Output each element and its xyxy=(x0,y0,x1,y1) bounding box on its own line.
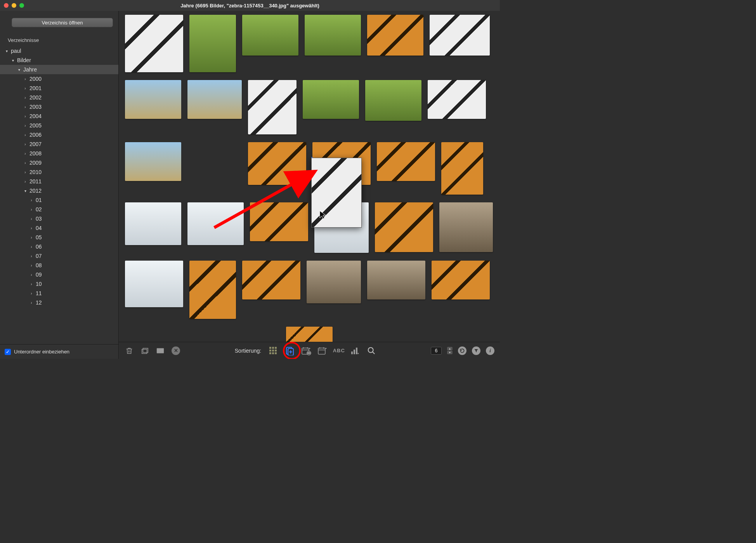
tree-item-2006[interactable]: ›2006 xyxy=(0,130,118,139)
cancel-button[interactable]: ✕ xyxy=(171,346,181,356)
thumbnail[interactable] xyxy=(441,142,483,195)
thumbnail[interactable] xyxy=(189,15,236,72)
thumbnail[interactable] xyxy=(430,15,490,56)
sort-date-taken-button[interactable] xyxy=(301,345,312,356)
tree-item-2000[interactable]: ›2000 xyxy=(0,74,118,84)
columns-step-down[interactable]: ▼ xyxy=(447,351,453,354)
filter-button[interactable] xyxy=(472,346,480,355)
tree-item-05[interactable]: ›05 xyxy=(0,233,118,242)
thumbnail[interactable] xyxy=(125,261,183,307)
tree-item-bilder[interactable]: ▾Bilder xyxy=(0,56,118,65)
tree-item-2004[interactable]: ›2004 xyxy=(0,111,118,121)
tree-item-02[interactable]: ›02 xyxy=(0,205,118,214)
chevron-down-icon[interactable]: ▾ xyxy=(10,58,16,63)
tree-item-2007[interactable]: ›2007 xyxy=(0,139,118,149)
chevron-right-icon[interactable]: › xyxy=(23,179,28,184)
thumbnail[interactable] xyxy=(125,15,183,72)
thumbnail[interactable] xyxy=(286,327,333,342)
tree-item-jahre[interactable]: ▾Jahre xyxy=(0,65,118,74)
fullscreen-button[interactable] xyxy=(155,346,165,356)
chevron-right-icon[interactable]: › xyxy=(23,96,28,100)
sort-grid-button[interactable] xyxy=(268,345,279,356)
chevron-right-icon[interactable]: › xyxy=(29,263,34,268)
tree-item-10[interactable]: ›10 xyxy=(0,279,118,289)
tree-item-2011[interactable]: ›2011 xyxy=(0,177,118,186)
chevron-down-icon[interactable]: ▾ xyxy=(23,189,28,193)
columns-step-up[interactable]: ▲ xyxy=(447,347,453,350)
chevron-right-icon[interactable]: › xyxy=(23,114,28,118)
thumbnail[interactable] xyxy=(248,142,306,185)
tree-item-08[interactable]: ›08 xyxy=(0,261,118,270)
chevron-right-icon[interactable]: › xyxy=(29,207,34,212)
tree-item-01[interactable]: ›01 xyxy=(0,195,118,205)
directory-tree[interactable]: ▾paul▾Bilder▾Jahre›2000›2001›2002›2003›2… xyxy=(0,46,118,344)
chevron-down-icon[interactable]: ▾ xyxy=(16,68,22,72)
thumbnail[interactable] xyxy=(428,80,486,119)
chevron-right-icon[interactable]: › xyxy=(29,282,34,286)
close-window-button[interactable] xyxy=(4,3,9,8)
chevron-right-icon[interactable]: › xyxy=(23,77,28,81)
thumbnail[interactable] xyxy=(303,80,359,119)
chevron-right-icon[interactable]: › xyxy=(29,198,34,202)
tree-item-09[interactable]: ›09 xyxy=(0,270,118,279)
thumbnail[interactable] xyxy=(187,202,244,245)
thumbnail[interactable] xyxy=(250,202,308,241)
columns-stepper[interactable]: ▲ ▼ xyxy=(447,347,453,354)
chevron-down-icon[interactable]: ▾ xyxy=(4,49,9,53)
thumbnail[interactable] xyxy=(242,15,298,56)
open-directory-button[interactable]: Verzeichnis öffnen xyxy=(12,18,113,27)
zoom-window-button[interactable] xyxy=(19,3,24,8)
chevron-right-icon[interactable]: › xyxy=(29,235,34,240)
tree-item-2008[interactable]: ›2008 xyxy=(0,149,118,158)
thumbnail[interactable] xyxy=(375,202,433,252)
chevron-right-icon[interactable]: › xyxy=(29,245,34,249)
thumbnail[interactable] xyxy=(125,142,181,181)
chevron-right-icon[interactable]: › xyxy=(23,170,28,174)
thumbnail[interactable] xyxy=(367,261,425,299)
thumbnail[interactable] xyxy=(187,80,242,119)
tree-item-2005[interactable]: ›2005 xyxy=(0,121,118,130)
chevron-right-icon[interactable]: › xyxy=(23,86,28,90)
thumbnail[interactable] xyxy=(189,261,236,319)
tree-item-2002[interactable]: ›2002 xyxy=(0,93,118,102)
chevron-right-icon[interactable]: › xyxy=(23,161,28,165)
include-subfolders-checkbox[interactable]: ✓ xyxy=(5,349,11,355)
trash-button[interactable] xyxy=(124,346,134,356)
chevron-right-icon[interactable]: › xyxy=(29,273,34,277)
chevron-right-icon[interactable]: › xyxy=(23,133,28,137)
thumbnail[interactable] xyxy=(367,15,423,56)
columns-field[interactable] xyxy=(431,347,442,355)
thumbnail[interactable] xyxy=(377,142,435,181)
sort-size-button[interactable] xyxy=(350,345,361,356)
refresh-button[interactable] xyxy=(458,346,466,355)
thumbnail[interactable] xyxy=(125,80,181,119)
search-button[interactable] xyxy=(366,345,377,356)
sort-date-file-button[interactable] xyxy=(317,345,328,356)
chevron-right-icon[interactable]: › xyxy=(23,124,28,128)
chevron-right-icon[interactable]: › xyxy=(29,226,34,230)
tree-item-2009[interactable]: ›2009 xyxy=(0,158,118,167)
minimize-window-button[interactable] xyxy=(12,3,16,8)
sort-name-button[interactable]: ABC xyxy=(333,345,344,356)
chevron-right-icon[interactable]: › xyxy=(29,291,34,296)
tree-item-04[interactable]: ›04 xyxy=(0,223,118,233)
tree-item-2003[interactable]: ›2003 xyxy=(0,102,118,111)
chevron-right-icon[interactable]: › xyxy=(23,151,28,156)
thumbnail[interactable] xyxy=(439,202,493,252)
thumbnail[interactable] xyxy=(242,261,300,299)
chevron-right-icon[interactable]: › xyxy=(29,301,34,305)
tree-item-2001[interactable]: ›2001 xyxy=(0,84,118,93)
thumbnail[interactable] xyxy=(432,261,490,299)
thumbnail-grid[interactable] xyxy=(119,11,500,342)
tree-item-2012[interactable]: ▾2012 xyxy=(0,186,118,195)
tree-item-2010[interactable]: ›2010 xyxy=(0,167,118,177)
thumbnail[interactable] xyxy=(307,261,361,303)
tree-item-03[interactable]: ›03 xyxy=(0,214,118,223)
thumbnail[interactable] xyxy=(125,202,181,245)
tree-item-paul[interactable]: ▾paul xyxy=(0,46,118,56)
thumbnail[interactable] xyxy=(248,80,297,134)
info-button[interactable]: i xyxy=(486,346,494,355)
thumbnail[interactable] xyxy=(365,80,421,121)
tree-item-06[interactable]: ›06 xyxy=(0,242,118,251)
chevron-right-icon[interactable]: › xyxy=(23,142,28,146)
